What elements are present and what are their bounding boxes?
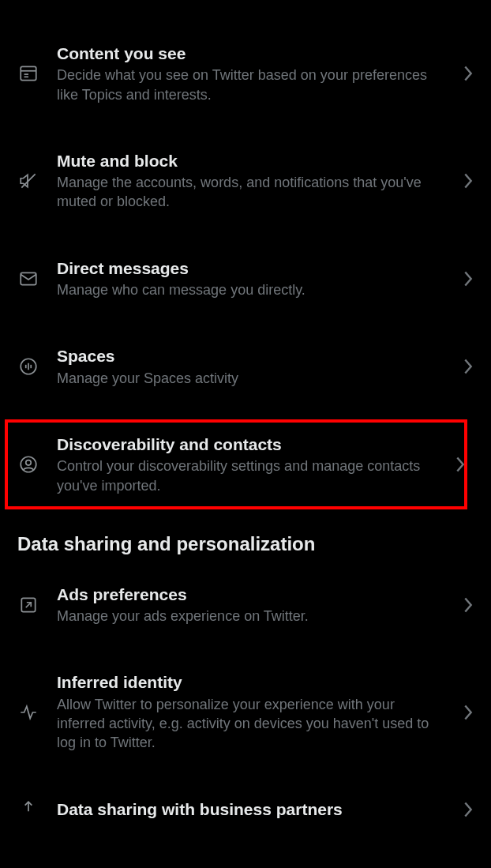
chevron-right-icon (461, 801, 475, 818)
setting-text: Ads preferences Manage your ads experien… (57, 584, 444, 626)
setting-text: Inferred identity Allow Twitter to perso… (57, 671, 444, 752)
mute-icon (17, 170, 39, 192)
setting-item-discoverability[interactable]: Discoverability and contacts Control you… (5, 419, 467, 509)
svg-point-11 (26, 460, 32, 465)
setting-text: Direct messages Manage who can message y… (57, 257, 444, 300)
svg-line-4 (21, 174, 35, 187)
setting-title: Direct messages (57, 257, 444, 279)
spacer (0, 402, 491, 419)
chevron-right-icon (461, 358, 475, 375)
setting-item-mute-and-block[interactable]: Mute and block Manage the accounts, word… (0, 136, 491, 226)
setting-item-inferred-identity[interactable]: Inferred identity Allow Twitter to perso… (0, 657, 491, 766)
spacer (0, 640, 491, 657)
setting-text: Mute and block Manage the accounts, word… (57, 150, 444, 212)
spacer (0, 767, 491, 784)
setting-desc: Decide what you see on Twitter based on … (57, 66, 444, 104)
activity-icon (17, 701, 39, 723)
setting-title: Content you see (57, 43, 444, 64)
setting-item-direct-messages[interactable]: Direct messages Manage who can message y… (0, 243, 491, 314)
setting-title: Spaces (57, 345, 444, 366)
setting-text: Content you see Decide what you see on T… (57, 43, 444, 104)
chevron-right-icon (461, 270, 475, 287)
svg-rect-0 (21, 66, 36, 80)
setting-title: Discoverability and contacts (57, 434, 436, 455)
setting-text: Spaces Manage your Spaces activity (57, 345, 444, 388)
settings-list: Content you see Decide what you see on T… (0, 0, 491, 836)
setting-text: Data sharing with business partners (57, 798, 444, 821)
setting-title: Mute and block (57, 150, 444, 171)
spaces-icon (17, 355, 39, 378)
chevron-right-icon (461, 65, 475, 82)
setting-text: Discoverability and contacts Control you… (57, 434, 436, 495)
envelope-icon (17, 268, 39, 290)
person-circle-icon (17, 453, 39, 475)
setting-desc: Manage the accounts, words, and notifica… (57, 173, 444, 212)
arrow-out-icon (17, 594, 39, 616)
setting-desc: Manage who can message you directly. (57, 280, 444, 299)
chevron-right-icon (453, 456, 467, 473)
spacer (0, 314, 491, 331)
setting-item-ads-preferences[interactable]: Ads preferences Manage your ads experien… (0, 569, 491, 641)
chevron-right-icon (461, 596, 475, 614)
setting-item-spaces[interactable]: Spaces Manage your Spaces activity (0, 331, 491, 402)
setting-desc: Control your discoverability settings an… (57, 457, 436, 495)
content-icon (17, 62, 39, 85)
setting-item-data-sharing-partners[interactable]: Data sharing with business partners (0, 784, 491, 836)
chevron-right-icon (461, 172, 475, 190)
setting-title: Data sharing with business partners (57, 798, 444, 820)
chevron-right-icon (461, 704, 475, 721)
spacer (0, 118, 491, 136)
setting-item-content-you-see[interactable]: Content you see Decide what you see on T… (0, 28, 491, 118)
spacer (0, 226, 491, 243)
section-header-data-sharing: Data sharing and personalization (0, 509, 491, 569)
setting-desc: Manage your ads experience on Twitter. (57, 607, 444, 626)
setting-desc: Manage your Spaces activity (57, 369, 444, 388)
setting-desc: Allow Twitter to personalize your experi… (57, 695, 444, 753)
setting-title: Ads preferences (57, 584, 444, 605)
share-icon (17, 798, 39, 821)
svg-rect-5 (21, 272, 36, 284)
setting-title: Inferred identity (57, 671, 444, 693)
